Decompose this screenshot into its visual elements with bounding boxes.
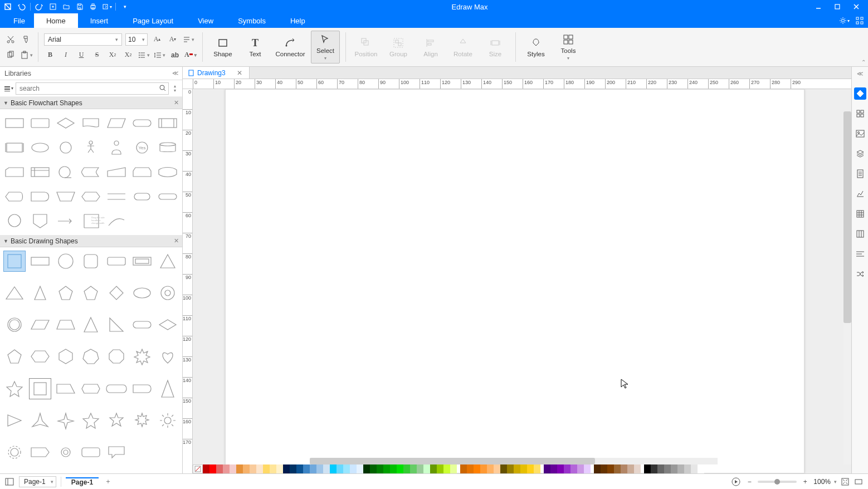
- shape-square-fill[interactable]: [3, 251, 26, 272]
- color-swatch[interactable]: [514, 464, 520, 473]
- shape-capsule[interactable]: [131, 314, 153, 335]
- color-swatch[interactable]: [403, 464, 410, 473]
- color-swatch[interactable]: [310, 464, 316, 473]
- redo-icon[interactable]: [34, 1, 45, 12]
- shape-pentagon-2[interactable]: [3, 346, 26, 367]
- color-swatch[interactable]: [621, 464, 627, 473]
- shape-manual-input[interactable]: [105, 162, 128, 183]
- shape-yes-circle[interactable]: Yes: [131, 137, 153, 158]
- color-swatch[interactable]: [296, 464, 303, 473]
- paste-icon[interactable]: [20, 49, 32, 61]
- color-swatch[interactable]: [316, 464, 323, 473]
- close-category-icon-2[interactable]: ✕: [174, 237, 179, 245]
- format-painter-icon[interactable]: [20, 33, 32, 46]
- color-swatch[interactable]: [383, 464, 390, 473]
- shape-delay[interactable]: [29, 186, 51, 207]
- color-swatch[interactable]: [443, 464, 450, 473]
- shape-round-rect2[interactable]: [80, 442, 103, 463]
- horizontal-scrollbar[interactable]: [310, 458, 718, 464]
- apps-grid-icon[interactable]: [855, 16, 865, 26]
- fill-panel-icon[interactable]: [854, 87, 866, 100]
- maximize-button[interactable]: [828, 0, 847, 13]
- fit-page-icon[interactable]: [840, 477, 850, 487]
- app-logo-icon[interactable]: [2, 1, 13, 12]
- shape-preparation[interactable]: [80, 186, 103, 207]
- color-swatch[interactable]: [607, 464, 614, 473]
- color-swatch[interactable]: [230, 464, 236, 473]
- tab-view[interactable]: View: [186, 13, 226, 28]
- color-swatch[interactable]: [474, 464, 480, 473]
- color-swatch[interactable]: [651, 464, 657, 473]
- shape-parallel[interactable]: [105, 186, 128, 207]
- shape-terminator[interactable]: [131, 113, 153, 134]
- font-name-combo[interactable]: Arial▾: [44, 33, 122, 46]
- color-swatch[interactable]: [357, 464, 363, 473]
- shape-display[interactable]: [3, 186, 26, 207]
- line-spacing-icon[interactable]: [153, 49, 165, 61]
- color-swatch[interactable]: [594, 464, 601, 473]
- shape-round-rect[interactable]: [105, 251, 128, 272]
- shape-connector-circle[interactable]: [3, 211, 26, 232]
- export-icon[interactable]: ▾: [101, 1, 112, 12]
- collapse-libraries-icon[interactable]: ≪: [172, 70, 179, 77]
- color-swatch[interactable]: [520, 464, 527, 473]
- color-swatch[interactable]: [507, 464, 514, 473]
- shape-arc[interactable]: [105, 211, 128, 232]
- color-swatch[interactable]: [614, 464, 621, 473]
- color-swatch[interactable]: [544, 464, 550, 473]
- color-swatch[interactable]: [480, 464, 487, 473]
- shape-triangle-narrow[interactable]: [29, 282, 51, 304]
- color-swatch[interactable]: [644, 464, 651, 473]
- text-highlight-icon[interactable]: ab: [169, 49, 181, 61]
- image-panel-icon[interactable]: [854, 128, 866, 140]
- qat-customize-icon[interactable]: ▾: [119, 1, 130, 12]
- drawing-page[interactable]: [225, 89, 804, 473]
- shape-heptagon[interactable]: [80, 346, 103, 367]
- color-swatch[interactable]: [570, 464, 577, 473]
- subscript-icon[interactable]: X2: [122, 49, 134, 61]
- shape-card[interactable]: [3, 162, 26, 183]
- color-swatch[interactable]: [343, 464, 350, 473]
- shape-annotation[interactable]: Drag the sidehandle tochange width: [80, 211, 103, 232]
- shape-pill[interactable]: [157, 186, 179, 207]
- shape-double-rect[interactable]: [131, 251, 153, 272]
- shape-start[interactable]: [131, 186, 153, 207]
- color-swatch[interactable]: [460, 464, 467, 473]
- shape-person[interactable]: [105, 137, 128, 158]
- shape-oval[interactable]: [131, 282, 153, 304]
- page-layout-icon[interactable]: [4, 477, 14, 487]
- color-swatch[interactable]: [397, 464, 403, 473]
- color-swatch[interactable]: [534, 464, 540, 473]
- italic-icon[interactable]: I: [60, 49, 72, 61]
- tab-page-layout[interactable]: Page Layout: [120, 13, 186, 28]
- color-swatch[interactable]: [627, 464, 634, 473]
- zoom-in-button[interactable]: +: [800, 477, 810, 487]
- settings-icon[interactable]: ▾: [839, 16, 849, 26]
- color-swatch[interactable]: [684, 464, 691, 473]
- color-swatch[interactable]: [250, 464, 256, 473]
- shape-pentagon-round[interactable]: [55, 282, 77, 304]
- close-category-icon[interactable]: ✕: [174, 99, 179, 106]
- color-swatch[interactable]: [467, 464, 474, 473]
- bold-icon[interactable]: B: [44, 49, 56, 61]
- color-swatch[interactable]: [203, 464, 209, 473]
- shape-burst[interactable]: [131, 346, 153, 367]
- color-swatch[interactable]: [437, 464, 443, 473]
- shape-star8[interactable]: [131, 410, 153, 431]
- search-icon[interactable]: [159, 84, 167, 94]
- color-swatch[interactable]: [601, 464, 607, 473]
- shape-heart[interactable]: [157, 346, 179, 367]
- shape-trapezoid-left[interactable]: [55, 378, 77, 399]
- color-swatch[interactable]: [487, 464, 494, 473]
- shape-3point-star[interactable]: [29, 410, 51, 431]
- tools-button[interactable]: Tools ▾: [554, 31, 583, 63]
- document-tab[interactable]: Drawing3 ✕: [183, 67, 250, 79]
- color-swatch[interactable]: [363, 464, 370, 473]
- shape-star6[interactable]: [105, 410, 128, 431]
- shape-person-stick[interactable]: [80, 137, 103, 158]
- color-swatch[interactable]: [564, 464, 570, 473]
- shape-4point-star[interactable]: [55, 410, 77, 431]
- shape-decision[interactable]: [55, 113, 77, 134]
- shape-sequential[interactable]: [55, 162, 77, 183]
- open-icon[interactable]: [61, 1, 72, 12]
